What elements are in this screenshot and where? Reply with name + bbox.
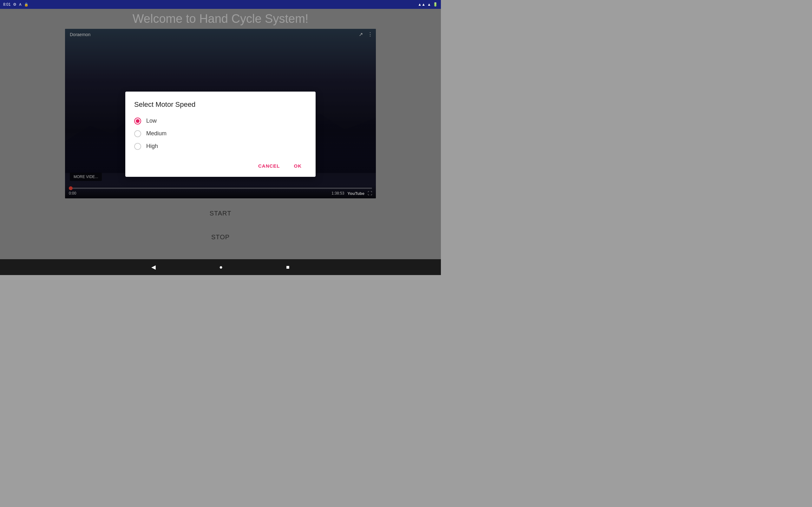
radio-item-medium[interactable]: Medium: [134, 129, 307, 138]
radio-circle-medium[interactable]: [134, 130, 141, 137]
select-motor-speed-dialog: Select Motor Speed Low Medium High: [125, 92, 316, 177]
signal-icon: ▲: [427, 2, 431, 7]
radio-item-low[interactable]: Low: [134, 116, 307, 126]
navigation-bar: ◀ ● ■: [0, 259, 441, 275]
recent-nav-icon[interactable]: ■: [286, 264, 290, 271]
back-nav-icon[interactable]: ◀: [151, 264, 156, 271]
radio-item-high[interactable]: High: [134, 142, 307, 151]
dialog-title: Select Motor Speed: [134, 101, 307, 109]
cancel-button[interactable]: CANCEL: [253, 160, 285, 172]
wifi-icon: ▲▲: [418, 2, 425, 7]
app-icon: A: [19, 3, 21, 6]
radio-label-high: High: [146, 143, 158, 150]
battery-icon: 🔋: [433, 2, 438, 7]
settings-icon: ⚙: [13, 2, 16, 7]
radio-circle-low[interactable]: [134, 118, 141, 124]
dialog-overlay: Select Motor Speed Low Medium High: [0, 9, 441, 259]
radio-group: Low Medium High: [134, 116, 307, 151]
status-time: 8:01: [3, 2, 10, 7]
main-content: Welcome to Hand Cycle System! Doraemon ↗…: [0, 9, 441, 259]
dialog-actions: CANCEL OK: [134, 158, 307, 172]
status-bar: 8:01 ⚙ A 🔒 ▲▲ ▲ 🔋: [0, 0, 441, 9]
status-left: 8:01 ⚙ A 🔒: [3, 2, 29, 7]
radio-label-low: Low: [146, 118, 157, 124]
radio-label-medium: Medium: [146, 130, 166, 137]
radio-circle-high[interactable]: [134, 143, 141, 150]
ok-button[interactable]: OK: [289, 160, 307, 172]
home-nav-icon[interactable]: ●: [219, 264, 223, 271]
status-right: ▲▲ ▲ 🔋: [418, 2, 438, 7]
lock-icon: 🔒: [24, 3, 29, 7]
